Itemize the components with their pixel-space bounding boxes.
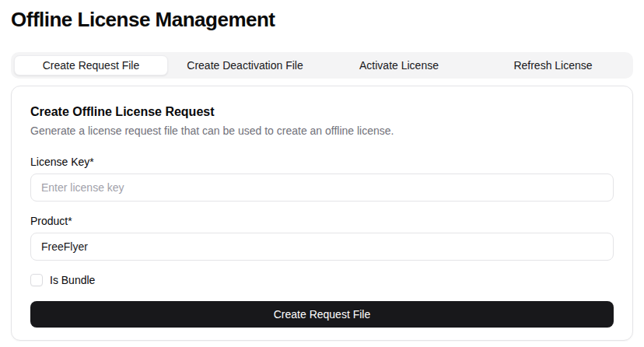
product-input[interactable]: [30, 233, 614, 261]
tab-create-deactivation-file[interactable]: Create Deactivation File: [168, 55, 322, 75]
card-description: Generate a license request file that can…: [30, 124, 614, 137]
tab-bar: Create Request File Create Deactivation …: [11, 52, 633, 79]
tab-create-request-file[interactable]: Create Request File: [14, 55, 168, 75]
license-key-input[interactable]: [30, 174, 614, 202]
offline-license-management-page: Offline License Management Create Reques…: [0, 0, 644, 341]
product-label: Product*: [30, 215, 614, 227]
product-group: Product*: [30, 215, 614, 261]
tab-refresh-license[interactable]: Refresh License: [476, 55, 630, 75]
create-request-card: Create Offline License Request Generate …: [11, 86, 633, 341]
tab-activate-license[interactable]: Activate License: [322, 55, 476, 75]
card-title: Create Offline License Request: [30, 105, 614, 119]
page-title: Offline License Management: [11, 8, 633, 32]
is-bundle-group: Is Bundle: [30, 274, 614, 286]
license-key-label: License Key*: [30, 156, 614, 168]
license-key-group: License Key*: [30, 156, 614, 202]
create-request-file-button[interactable]: Create Request File: [30, 301, 614, 328]
is-bundle-checkbox[interactable]: [30, 274, 43, 286]
is-bundle-label[interactable]: Is Bundle: [50, 274, 95, 286]
